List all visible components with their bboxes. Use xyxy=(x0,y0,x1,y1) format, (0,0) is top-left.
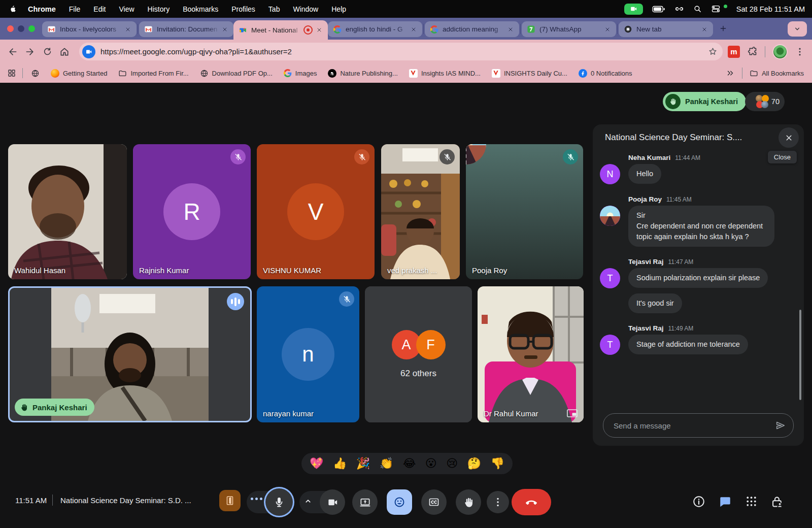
bookmark-imported[interactable]: Imported From Fir... xyxy=(118,69,188,78)
tab-search-chevron-button[interactable] xyxy=(788,21,807,37)
link-icon[interactable] xyxy=(674,4,684,14)
camera-permission-icon[interactable] xyxy=(82,45,95,58)
reaction-party[interactable]: 🎉 xyxy=(356,457,370,470)
tab-close-icon[interactable] xyxy=(315,25,324,35)
picture-in-picture-icon[interactable] xyxy=(567,409,578,417)
camera-in-use-indicator[interactable] xyxy=(624,4,643,15)
menu-edit[interactable]: Edit xyxy=(93,5,106,13)
reaction-heart[interactable]: 💖 xyxy=(310,457,323,470)
apps-grid-button[interactable] xyxy=(7,69,16,78)
reaction-clap[interactable]: 👏 xyxy=(380,457,393,470)
tab-close-icon[interactable] xyxy=(506,25,515,34)
menu-file[interactable]: File xyxy=(69,5,81,13)
tab-english-to-hindi[interactable]: english to hindi - G xyxy=(328,21,422,37)
bookmark-insights-daily[interactable]: INSIGHTS Daily Cu... xyxy=(492,69,567,78)
microphone-button[interactable] xyxy=(265,488,293,516)
home-button[interactable] xyxy=(56,43,73,60)
camera-button[interactable] xyxy=(320,489,345,515)
host-controls-lock-icon[interactable] xyxy=(770,495,784,509)
tile-pooja-roy[interactable]: Pooja Roy xyxy=(466,144,583,279)
menu-bookmarks[interactable]: Bookmarks xyxy=(183,5,218,13)
menu-profiles[interactable]: Profiles xyxy=(231,5,255,13)
hand-raised-pill[interactable]: Pankaj Keshari xyxy=(663,92,746,111)
tile-62-others[interactable]: A F 62 others xyxy=(365,286,472,422)
reload-button[interactable] xyxy=(39,43,56,60)
tile-rajnish-kumar[interactable]: R Rajnish Kumar xyxy=(133,144,251,279)
more-audio-options-icon[interactable] xyxy=(251,498,262,500)
zoom-window-button[interactable] xyxy=(28,25,35,32)
profile-avatar[interactable] xyxy=(772,44,788,59)
tab-close-icon[interactable] xyxy=(123,25,132,34)
extensions-puzzle-icon[interactable] xyxy=(747,46,758,57)
participant-count-pill[interactable]: 70 xyxy=(745,92,785,111)
tile-pankaj-keshari-self[interactable]: Pankaj Keshari xyxy=(8,286,252,422)
tab-close-icon[interactable] xyxy=(409,25,418,34)
menu-history[interactable]: History xyxy=(148,5,170,13)
leave-room-door-button[interactable] xyxy=(219,490,241,511)
new-tab-button[interactable] xyxy=(716,21,730,36)
tab-addiction-meaning[interactable]: addiction meaning xyxy=(425,21,519,37)
chat-scrollbar[interactable] xyxy=(799,310,801,400)
tab-close-icon[interactable] xyxy=(700,25,709,34)
bookmark-nature[interactable]: Nature Publishing... xyxy=(328,69,397,78)
close-chat-button[interactable] xyxy=(779,127,799,148)
tile-ved-prakash[interactable]: ved prakash ... xyxy=(381,144,460,279)
tile-dr-rahul-kumar[interactable]: Dr Rahul Kumar xyxy=(478,286,584,422)
tab-invitation[interactable]: Invitation: Documen xyxy=(139,21,233,37)
menu-chrome[interactable]: Chrome xyxy=(28,5,56,13)
menu-window[interactable]: Window xyxy=(293,5,318,13)
send-icon[interactable] xyxy=(775,420,786,431)
tab-inbox[interactable]: Inbox - livelycolors xyxy=(42,21,137,37)
mendeley-extension-icon[interactable]: m xyxy=(728,46,740,58)
menu-view[interactable]: View xyxy=(119,5,134,13)
forward-button[interactable] xyxy=(21,43,39,60)
reaction-surprised[interactable]: 😮 xyxy=(425,457,437,470)
address-bar[interactable]: https://meet.google.com/ugp-qjvy-oha?pli… xyxy=(79,43,723,60)
meeting-details-icon[interactable] xyxy=(692,495,705,508)
bookmarks-overflow-chevrons-icon[interactable] xyxy=(726,69,735,78)
window-controls[interactable] xyxy=(0,18,42,40)
menu-help[interactable]: Help xyxy=(331,5,346,13)
raise-hand-button[interactable] xyxy=(456,489,481,515)
reactions-toggle-button[interactable] xyxy=(387,489,412,515)
leave-call-button[interactable] xyxy=(512,489,551,515)
bookmark-download-pdf[interactable]: Download PDF Op... xyxy=(200,69,273,78)
all-bookmarks-button[interactable]: All Bookmarks xyxy=(750,69,804,78)
present-screen-button[interactable] xyxy=(352,489,378,515)
reaction-thumbs-up[interactable]: 👍 xyxy=(333,457,347,470)
tab-meet-active[interactable]: Meet - National xyxy=(233,20,328,40)
reaction-thumbs-down[interactable]: 👎 xyxy=(490,457,504,470)
bookmark-insights-mind[interactable]: Insights IAS MIND... xyxy=(409,69,481,78)
chat-messages[interactable]: Neha Kumari 11:44 AM N Hello Pooja Roy 1… xyxy=(600,150,795,399)
menu-tab[interactable]: Tab xyxy=(268,5,280,13)
reaction-thinking[interactable]: 🤔 xyxy=(467,457,481,470)
tile-vishnu-kumar[interactable]: V VISHNU KUMAR xyxy=(257,144,375,279)
back-button[interactable] xyxy=(4,43,21,60)
tab-whatsapp[interactable]: (7) WhatsApp xyxy=(522,21,616,37)
more-options-button[interactable] xyxy=(487,491,509,513)
apple-menu-icon[interactable] xyxy=(9,5,18,13)
tab-close-icon[interactable] xyxy=(220,25,229,34)
battery-icon[interactable] xyxy=(652,6,665,13)
tab-new-tab[interactable]: New tab xyxy=(619,21,713,37)
url-text[interactable]: https://meet.google.com/ugp-qjvy-oha?pli… xyxy=(100,47,705,56)
captions-button[interactable] xyxy=(421,489,447,515)
bookmark-star-icon[interactable] xyxy=(705,45,720,59)
activities-grid-icon[interactable] xyxy=(745,495,758,508)
chrome-menu-kebab-icon[interactable] xyxy=(795,47,805,57)
minimize-window-button[interactable] xyxy=(18,25,24,32)
chat-toggle-icon[interactable] xyxy=(719,495,732,508)
bookmark-getting-started[interactable]: Getting Started xyxy=(51,69,107,78)
close-window-button[interactable] xyxy=(7,25,14,32)
control-center-icon[interactable] xyxy=(711,4,721,14)
spotlight-search-icon[interactable] xyxy=(693,5,702,13)
tile-narayan-kumar[interactable]: n narayan kumar xyxy=(257,286,359,422)
tab-close-icon[interactable] xyxy=(603,25,612,34)
tile-wahidul-hasan[interactable]: Wahidul Hasan xyxy=(8,144,127,279)
bookmark-globe[interactable] xyxy=(31,69,40,78)
bookmark-images[interactable]: Images xyxy=(284,69,317,77)
camera-options-chevron-icon[interactable] xyxy=(303,497,313,506)
reaction-laugh[interactable]: 😂 xyxy=(403,457,416,470)
menu-bar-clock[interactable]: Sat 28 Feb 11:51 AM xyxy=(736,5,805,13)
reaction-cry[interactable]: 😢 xyxy=(446,457,458,470)
